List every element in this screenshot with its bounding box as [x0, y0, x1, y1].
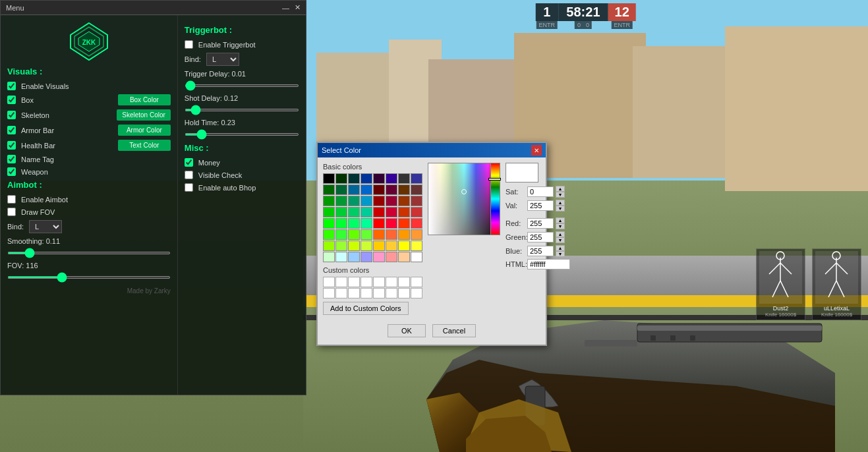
bhop-checkbox[interactable]	[185, 183, 193, 192]
color-cell[interactable]	[348, 229, 360, 240]
color-cell[interactable]	[335, 173, 347, 184]
color-cell[interactable]	[398, 184, 410, 195]
custom-cell[interactable]	[411, 288, 422, 298]
custom-cell[interactable]	[323, 277, 335, 287]
val-down[interactable]: ▼	[556, 206, 565, 212]
enable-aimbot-checkbox[interactable]	[7, 195, 16, 204]
color-cell[interactable]	[386, 196, 397, 206]
val-input[interactable]	[527, 200, 554, 211]
color-cell[interactable]	[335, 252, 347, 262]
custom-cell[interactable]	[335, 288, 347, 298]
color-cell[interactable]	[348, 184, 360, 195]
red-input[interactable]	[527, 218, 554, 229]
aimbot-bind-select[interactable]: L R CTRL SHIFT	[29, 220, 62, 233]
color-cell[interactable]	[398, 173, 410, 184]
close-btn[interactable]: ✕	[295, 3, 301, 12]
armor-checkbox[interactable]	[7, 126, 16, 134]
color-cell[interactable]	[373, 229, 385, 240]
health-checkbox[interactable]	[7, 141, 16, 150]
dialog-close-button[interactable]: ✕	[531, 145, 542, 155]
sat-down[interactable]: ▼	[556, 192, 565, 198]
color-cell[interactable]	[398, 240, 410, 251]
color-cell[interactable]	[386, 229, 397, 240]
color-cell[interactable]	[411, 173, 422, 184]
val-up[interactable]: ▲	[556, 200, 565, 206]
triggerbot-bind-select[interactable]: L R	[206, 53, 239, 66]
custom-cell[interactable]	[323, 288, 335, 298]
enable-triggerbot-checkbox[interactable]	[185, 40, 193, 49]
color-cell[interactable]	[386, 207, 397, 217]
color-cell[interactable]	[398, 196, 410, 206]
color-cell[interactable]	[386, 184, 397, 195]
color-cell[interactable]	[323, 196, 335, 206]
color-cell[interactable]	[361, 218, 372, 229]
color-cell[interactable]	[323, 184, 335, 195]
enable-visuals-checkbox[interactable]	[7, 82, 16, 90]
text-color-button[interactable]: Text Color	[118, 140, 171, 151]
color-cell[interactable]	[411, 240, 422, 251]
color-cell[interactable]	[323, 207, 335, 217]
add-custom-button[interactable]: Add to Custom Colors	[323, 302, 409, 315]
color-cell[interactable]	[398, 229, 410, 240]
color-cell[interactable]	[335, 218, 347, 229]
blue-input[interactable]	[527, 246, 554, 256]
color-cell[interactable]	[361, 184, 372, 195]
custom-cell[interactable]	[348, 288, 360, 298]
color-cell[interactable]	[386, 252, 397, 262]
color-cell[interactable]	[323, 229, 335, 240]
color-cell[interactable]	[361, 240, 372, 251]
color-cell[interactable]	[373, 184, 385, 195]
money-checkbox[interactable]	[185, 158, 193, 167]
weapon-checkbox[interactable]	[7, 167, 16, 176]
color-cell[interactable]	[335, 196, 347, 206]
sat-input[interactable]	[527, 186, 554, 197]
color-cell[interactable]	[398, 207, 410, 217]
custom-cell[interactable]	[386, 277, 397, 287]
custom-cell[interactable]	[335, 277, 347, 287]
custom-cell[interactable]	[398, 277, 410, 287]
color-cell[interactable]	[411, 207, 422, 217]
color-cell[interactable]	[386, 173, 397, 184]
color-cell[interactable]	[373, 218, 385, 229]
color-cell[interactable]	[348, 252, 360, 262]
color-cell[interactable]	[335, 184, 347, 195]
color-cell[interactable]	[411, 252, 422, 262]
fov-slider[interactable]	[7, 276, 171, 279]
custom-cell[interactable]	[373, 277, 385, 287]
color-cell[interactable]	[361, 196, 372, 206]
color-cell[interactable]	[373, 173, 385, 184]
color-cell[interactable]	[323, 173, 335, 184]
smoothing-slider[interactable]	[7, 252, 171, 254]
armor-color-button[interactable]: Armor Color	[118, 125, 171, 136]
sat-up[interactable]: ▲	[556, 186, 565, 192]
color-cell[interactable]	[398, 252, 410, 262]
color-cell[interactable]	[373, 196, 385, 206]
color-cell[interactable]	[323, 218, 335, 229]
color-cell[interactable]	[335, 240, 347, 251]
color-cell[interactable]	[411, 218, 422, 229]
color-cell[interactable]	[335, 229, 347, 240]
color-cell[interactable]	[348, 196, 360, 206]
custom-cell[interactable]	[398, 288, 410, 298]
blue-up[interactable]: ▲	[556, 245, 565, 251]
color-cell[interactable]	[361, 229, 372, 240]
cancel-button[interactable]: Cancel	[432, 324, 476, 337]
color-cell[interactable]	[348, 207, 360, 217]
custom-cell[interactable]	[373, 288, 385, 298]
color-cell[interactable]	[386, 240, 397, 251]
color-cell[interactable]	[323, 240, 335, 251]
blue-down[interactable]: ▼	[556, 251, 565, 257]
custom-cell[interactable]	[348, 277, 360, 287]
custom-cell[interactable]	[386, 288, 397, 298]
color-cell[interactable]	[398, 218, 410, 229]
box-checkbox[interactable]	[7, 96, 16, 104]
color-cell[interactable]	[373, 207, 385, 217]
green-up[interactable]: ▲	[556, 231, 565, 237]
shot-delay-slider[interactable]	[185, 109, 299, 111]
ok-button[interactable]: OK	[388, 324, 426, 337]
hue-bar[interactable]	[490, 163, 500, 235]
color-cell[interactable]	[361, 173, 372, 184]
color-cell[interactable]	[361, 252, 372, 262]
color-cell[interactable]	[348, 173, 360, 184]
draw-fov-checkbox[interactable]	[7, 208, 16, 216]
